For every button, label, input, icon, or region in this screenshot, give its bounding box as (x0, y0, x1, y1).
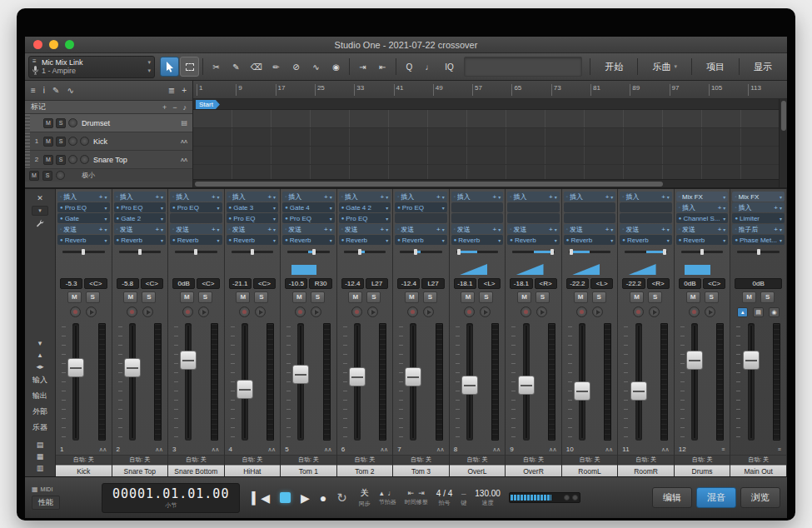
section-header[interactable]: ◦插入+▾ (620, 192, 672, 202)
plugin-slot[interactable]: ●Phase Met...▾ (732, 235, 785, 245)
rail-instruments-button[interactable]: 乐器 (32, 422, 47, 433)
mute-button[interactable]: M (180, 291, 194, 303)
add-marker-icon[interactable]: + (162, 103, 167, 112)
pan-slider[interactable] (625, 247, 667, 257)
mute-button[interactable]: M (517, 291, 531, 303)
plugin-slot[interactable]: ●Reverb▾ (676, 235, 729, 245)
pan-readout[interactable]: <R> (535, 278, 557, 289)
plugin-slot[interactable]: ●Reverb▾ (564, 235, 616, 245)
pan-handle[interactable] (251, 249, 254, 255)
range-tool[interactable] (180, 57, 199, 77)
pan-slider[interactable] (232, 247, 274, 257)
tool-icon[interactable]: ✎ (52, 86, 59, 95)
section-header[interactable]: ◦插入+▾ (451, 192, 504, 202)
collapse-up-icon[interactable]: ▴ (38, 351, 42, 359)
monitor-button[interactable] (198, 306, 209, 317)
paint-tool[interactable]: ✏ (267, 57, 286, 77)
plugin-slot[interactable]: ●Gate 4▾ (282, 202, 335, 212)
mute-button[interactable]: M (292, 291, 306, 303)
plugin-slot[interactable]: ●Reverb▾ (170, 235, 222, 245)
empty-slot[interactable] (620, 202, 672, 212)
rail-outputs-button[interactable]: 输出 (32, 391, 47, 401)
mute-button[interactable]: M (236, 291, 250, 303)
track-record-button[interactable] (68, 155, 77, 164)
plugin-slot[interactable]: ●Reverb▾ (227, 235, 279, 245)
device-selector[interactable]: ≡ Mic Mix Link▾ 1 - Ampire▾ (28, 56, 155, 78)
eraser-tool[interactable]: ⌫ (247, 57, 266, 77)
monitor-button[interactable] (142, 306, 153, 317)
track-record-button[interactable] (68, 137, 77, 146)
channel-name[interactable]: OverR (506, 465, 561, 476)
solo-button[interactable]: S (254, 291, 268, 303)
solo-button[interactable]: S (142, 291, 156, 303)
dim-button[interactable] (572, 495, 578, 501)
stop-button[interactable] (280, 492, 291, 503)
scrollbar-thumb[interactable] (195, 182, 663, 187)
fader-handle[interactable] (630, 381, 647, 401)
section-header[interactable]: ◦插入+▾ (227, 192, 279, 202)
channel-name[interactable]: Tom 3 (393, 465, 449, 476)
track-monitor-button[interactable] (80, 137, 89, 146)
scrollbar-thumb[interactable] (781, 101, 786, 131)
channel-name[interactable]: Kick (56, 465, 112, 476)
pan-readout[interactable]: <C> (141, 278, 163, 289)
pencil-tool[interactable]: ✎ (227, 57, 246, 77)
project-page-button[interactable]: 项目 (695, 53, 736, 80)
pan-slider[interactable] (569, 247, 611, 257)
bend-tool[interactable]: ∿ (306, 57, 326, 77)
metronome-group[interactable]: ▴♩ 节拍器 (379, 489, 396, 506)
monitor-button[interactable] (311, 306, 321, 317)
automation-mode[interactable]: 自动: 关 (112, 455, 168, 465)
horizontal-scrollbar[interactable] (193, 179, 779, 187)
pan-readout[interactable]: <C> (197, 278, 219, 289)
automation-mode[interactable]: 自动: 关 (225, 455, 281, 465)
start-marker[interactable]: Start (196, 100, 220, 109)
section-header[interactable]: ◦发送+▾ (451, 224, 504, 234)
empty-slot[interactable] (620, 213, 672, 223)
track-lane[interactable] (193, 128, 779, 147)
section-header[interactable]: ◦发送+▾ (620, 224, 672, 234)
empty-slot[interactable] (395, 213, 447, 223)
play-button[interactable]: ▶ (301, 491, 310, 505)
record-arm-button[interactable] (182, 306, 193, 317)
plugin-slot[interactable]: ●Gate 4 2▾ (339, 202, 391, 212)
mute-button[interactable]: M (67, 291, 82, 303)
solo-button[interactable]: S (423, 291, 437, 303)
pan-slider[interactable] (400, 247, 442, 257)
timeline-ruler[interactable]: 191725334149576573818997105113 (193, 81, 787, 99)
monitor-button[interactable] (705, 306, 715, 317)
automation-mode[interactable]: 自动: 关 (730, 455, 786, 465)
volume-readout[interactable]: -22.2 (566, 278, 589, 289)
fader-handle[interactable] (124, 358, 141, 377)
fader-handle[interactable] (349, 367, 366, 386)
automation-mode[interactable]: 自动: 关 (337, 455, 393, 465)
channel-name[interactable]: Snare Bottom (168, 465, 224, 476)
pan-slider[interactable] (456, 247, 499, 257)
track-row[interactable]: 2MSSnare Topʌʌ (25, 151, 192, 169)
hamburger-icon[interactable]: ≡ (31, 86, 36, 95)
fader-handle[interactable] (574, 381, 590, 401)
volume-readout[interactable]: -18.1 (510, 278, 532, 289)
plugin-slot[interactable]: ●Reverb▾ (57, 235, 110, 245)
section-header[interactable]: ◦发送+▾ (282, 224, 335, 234)
pan-slider[interactable] (287, 247, 330, 257)
automation-mode[interactable]: 自动: 关 (168, 455, 224, 465)
browse-page-button[interactable]: 浏览 (740, 487, 780, 508)
record-arm-button[interactable] (689, 306, 700, 317)
pan-handle[interactable] (358, 249, 361, 255)
volume-readout[interactable]: -12.4 (397, 278, 420, 289)
zoom-window-button[interactable] (65, 40, 74, 49)
mixfx-header[interactable]: ◦Mix FX▾ (676, 192, 729, 202)
pan-handle[interactable] (82, 249, 85, 255)
track-monitor-button[interactable] (80, 155, 89, 164)
nudge-right-icon[interactable]: ⇥ (418, 489, 425, 497)
marker-track-row[interactable]: 标记 + − ♪ (25, 101, 192, 114)
meter-bridge-icon[interactable]: ▥ (37, 464, 44, 472)
pan-handle[interactable] (194, 249, 197, 255)
mute-button[interactable]: M (461, 291, 475, 303)
solo-button[interactable]: S (198, 291, 212, 303)
section-header[interactable]: ◦发送+▾ (227, 224, 279, 234)
track-solo-button[interactable]: S (56, 118, 66, 128)
solo-button[interactable]: S (760, 291, 775, 303)
plugin-slot[interactable]: ●Reverb▾ (451, 235, 504, 245)
